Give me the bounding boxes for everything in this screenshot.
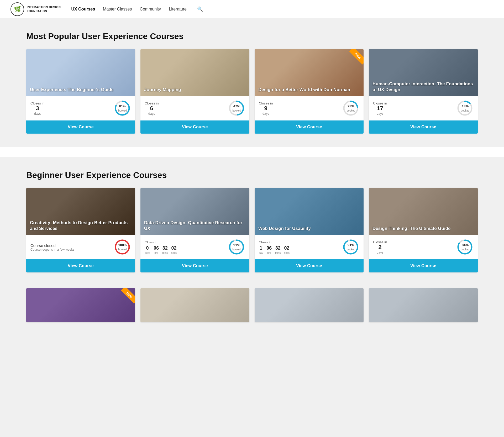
closes-label: Closes in (259, 240, 290, 244)
view-course-button[interactable]: View Course (255, 120, 364, 134)
nav-literature[interactable]: Literature (169, 7, 187, 11)
course-image: Web Design for Usability (255, 188, 364, 235)
course-title-overlay: Design for a Better World with Don Norma… (258, 87, 350, 93)
booked-donut: 100% booked (114, 239, 131, 256)
course-card-bottom-3 (255, 288, 364, 322)
search-icon[interactable]: 🔍 (197, 7, 203, 12)
nav-community[interactable]: Community (140, 7, 161, 11)
days-label: days (377, 251, 383, 254)
donut-label: 91% booked (233, 243, 241, 251)
countdown: 0 days 06 hrs 32 mins (145, 245, 177, 255)
donut-pct: 47% (233, 104, 241, 108)
course-image: Human-Computer Interaction: The Foundati… (369, 49, 478, 96)
donut-pct: 91% (347, 243, 355, 247)
course-info: Closes in 3 days 81% booked (26, 96, 135, 120)
donut-sub: booked (233, 109, 241, 112)
course-closes: Closes in 3 days (30, 101, 44, 115)
course-image: Design Thinking: The Ultimate Guide (369, 188, 478, 235)
popular-section-title: Most Popular User Experience Courses (26, 31, 478, 41)
days-number: 9 (259, 105, 273, 112)
course-image: Creativity: Methods to Design Better Pro… (26, 188, 135, 235)
donut-sub: booked (118, 109, 127, 112)
course-title-overlay: Creativity: Methods to Design Better Pro… (30, 220, 132, 231)
course-image-placeholder: Creativity: Methods to Design Better Pro… (26, 188, 135, 235)
course-closes: Closes in 9 days (259, 101, 273, 115)
donut-sub: booked (347, 248, 355, 251)
course-info: Closes in 1 day 06 hrs 32 (255, 235, 364, 259)
course-card-design-thinking: Design Thinking: The Ultimate Guide Clos… (369, 188, 478, 272)
course-card-hci: Human-Computer Interaction: The Foundati… (369, 49, 478, 134)
days-number: 3 (30, 105, 44, 112)
view-course-button[interactable]: View Course (369, 120, 478, 134)
course-image-placeholder: Data-Driven Design: Quantitative Researc… (140, 188, 249, 235)
donut-label: 47% booked (233, 104, 241, 113)
countdown-secs: 02 secs (284, 245, 290, 255)
countdown-mins: 32 mins (162, 245, 168, 255)
course-closes: Closes in 17 days (373, 101, 387, 115)
course-info: Closes in 2 days 84% booked (369, 235, 478, 259)
course-image-placeholder: Journey Mapping (140, 49, 249, 96)
donut-label: 100% booked (118, 243, 127, 251)
countdown-secs: 02 secs (171, 245, 177, 255)
course-card-bottom-1 (26, 288, 135, 322)
view-course-button[interactable]: View Course (255, 259, 364, 272)
booked-donut: 13% booked (457, 100, 474, 117)
donut-pct: 100% (118, 243, 127, 247)
closed-main: Course closed (30, 243, 74, 248)
course-image: User Experience: The Beginner's Guide (26, 49, 135, 96)
course-card-bottom-4 (369, 288, 478, 322)
course-image: Data-Driven Design: Quantitative Researc… (140, 188, 249, 235)
booked-donut: 84% booked (457, 239, 474, 256)
donut-label: 13% booked (461, 104, 470, 113)
course-image-placeholder: Human-Computer Interaction: The Foundati… (369, 49, 478, 96)
course-card-web-design-usability: Web Design for Usability Closes in 1 day… (255, 188, 364, 272)
course-closes: Closes in 2 days (373, 240, 387, 254)
countdown-mins: 32 mins (275, 245, 281, 255)
countdown-days: 0 days (145, 245, 150, 255)
view-course-button[interactable]: View Course (140, 120, 249, 134)
navigation: 🌿 INTERACTION DESIGN FOUNDATION UX Cours… (0, 0, 504, 18)
course-card-ux-beginner: User Experience: The Beginner's Guide Cl… (26, 49, 135, 134)
nav-ux-courses[interactable]: UX Courses (71, 7, 95, 11)
donut-sub: booked (347, 109, 355, 112)
view-course-button[interactable]: View Course (26, 120, 135, 134)
view-course-button[interactable]: View Course (26, 259, 135, 272)
course-image-placeholder: User Experience: The Beginner's Guide (26, 49, 135, 96)
course-title-overlay: Human-Computer Interaction: The Foundati… (372, 81, 474, 93)
course-card-data-driven: Data-Driven Design: Quantitative Researc… (140, 188, 249, 272)
course-card-journey-mapping: Journey Mapping Closes in 6 days 47% boo… (140, 49, 249, 134)
donut-pct: 13% (461, 104, 470, 108)
view-course-button[interactable]: View Course (369, 259, 478, 272)
donut-label: 91% booked (347, 243, 355, 251)
booked-donut: 91% booked (228, 239, 245, 256)
course-title-overlay: Design Thinking: The Ultimate Guide (372, 226, 451, 231)
donut-pct: 23% (347, 104, 355, 108)
view-course-button[interactable]: View Course (140, 259, 249, 272)
course-info: Course closed Course reopens in a few we… (26, 235, 135, 259)
countdown-days: 1 day (259, 245, 263, 255)
days-number: 6 (145, 105, 159, 112)
donut-sub: booked (461, 248, 470, 251)
closed-sub: Course reopens in a few weeks (30, 248, 74, 251)
course-title-overlay: Web Design for Usability (258, 226, 311, 231)
course-title-overlay: Journey Mapping (144, 87, 181, 93)
nav-master-classes[interactable]: Master Classes (103, 7, 132, 11)
course-image (369, 288, 478, 322)
course-image (140, 288, 249, 322)
days-number: 2 (373, 244, 387, 250)
course-countdown-wrap: Closes in 0 days 06 hrs 32 (145, 240, 177, 255)
logo[interactable]: 🌿 INTERACTION DESIGN FOUNDATION (10, 2, 61, 16)
days-label: days (34, 112, 41, 115)
donut-pct: 84% (461, 243, 470, 247)
course-info: Closes in 17 days 13% booked (369, 96, 478, 120)
course-card-design-better-world: Design for a Better World with Don Norma… (255, 49, 364, 134)
course-image (255, 288, 364, 322)
course-info: Closes in 0 days 06 hrs 32 (140, 235, 249, 259)
badge-new (345, 49, 364, 67)
course-image-placeholder: Design Thinking: The Ultimate Guide (369, 188, 478, 235)
days-label: days (262, 112, 269, 115)
course-card-bottom-2 (140, 288, 249, 322)
popular-section: Most Popular User Experience Courses Use… (0, 18, 504, 147)
nav-links: UX Courses Master Classes Community Lite… (71, 6, 203, 12)
course-closed-text: Course closed Course reopens in a few we… (30, 243, 74, 251)
